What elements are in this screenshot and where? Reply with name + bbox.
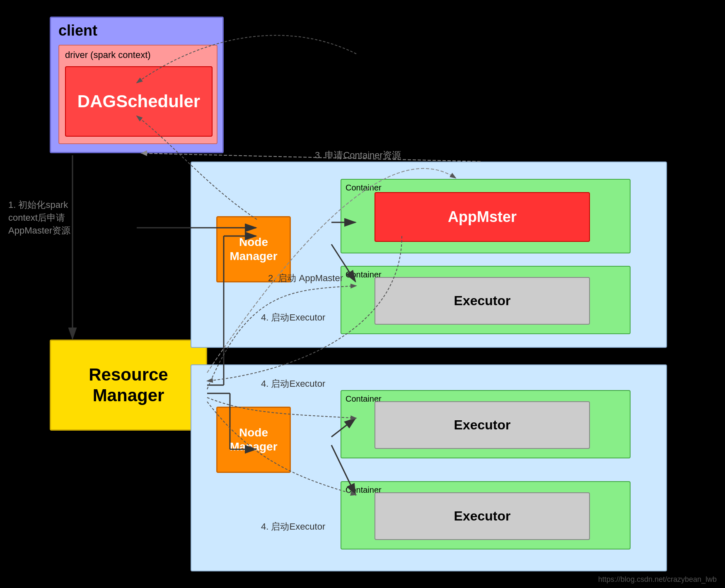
rm-label: ResourceManager (89, 364, 168, 406)
annotation-launch-executor-top: 4. 启动Executor (261, 311, 325, 324)
annotation-request-container: 3. 申请Container资源 (315, 149, 401, 162)
container-executor-bottom2: Container Executor (341, 481, 631, 549)
annotation-launch-appmaster: 2. 启动 AppMaster (268, 272, 343, 285)
nm-top-label: NodeManager (230, 235, 277, 263)
annotation-launch-executor-bottom1: 4. 启动Executor (261, 378, 325, 390)
container-executor-bottom1: Container Executor (341, 390, 631, 458)
executor-box-bottom2: Executor (375, 492, 590, 540)
driver-box: driver (spark context) DAGScheduler (58, 45, 218, 144)
executor-box-top: Executor (375, 277, 590, 325)
executor-box-bottom1: Executor (375, 401, 590, 449)
appmaster-box: AppMster (375, 192, 590, 242)
driver-label: driver (spark context) (65, 50, 151, 60)
dag-label: DAGScheduler (77, 92, 200, 111)
annotation-launch-executor-bottom2: 4. 启动Executor (261, 521, 325, 533)
annotation-init-spark: 1. 初始化spark context后申请 AppMaster资源 (8, 199, 75, 237)
executor-top-label: Executor (454, 293, 511, 308)
resource-manager-box: ResourceManager (50, 340, 207, 431)
diagram: client driver (spark context) DAGSchedul… (0, 0, 725, 588)
container-executor-top: Container Executor (341, 266, 631, 334)
appmaster-label: AppMster (448, 208, 517, 226)
nm-bottom-label: NodeManager (230, 426, 277, 453)
container-appmaster: Container AppMster (341, 179, 631, 253)
svg-line-15 (141, 153, 481, 161)
client-box: client driver (spark context) DAGSchedul… (50, 17, 224, 153)
client-label: client (58, 22, 97, 39)
executor-bottom2-label: Executor (454, 508, 511, 524)
watermark: https://blog.csdn.net/crazybean_lwb (598, 575, 717, 584)
cluster-bottom: 4. 启动Executor NodeManager Container Exec… (191, 364, 667, 571)
node-manager-bottom: NodeManager (216, 407, 291, 473)
executor-bottom1-label: Executor (454, 417, 511, 433)
cluster-top: NodeManager Container AppMster Container… (191, 161, 667, 348)
dag-box: DAGScheduler (65, 66, 213, 137)
container1-label: Container (346, 183, 382, 193)
